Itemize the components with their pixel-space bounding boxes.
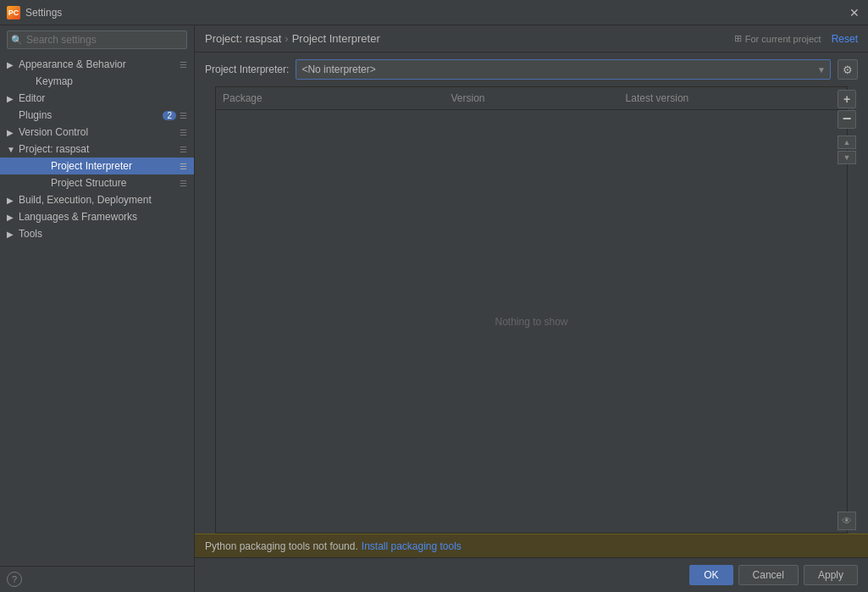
breadcrumb-current: Project Interpreter [292,32,380,45]
interpreter-select-wrap: <No interpreter> ▼ [296,59,831,80]
sidebar-bottom: ? [0,566,194,592]
sidebar-item-editor[interactable]: ▶ Editor [0,90,194,107]
title-bar-left: PC Settings [7,6,62,19]
app-icon: PC [7,6,20,19]
cancel-button[interactable]: Cancel [738,565,799,585]
scroll-up-button[interactable]: ▲ [838,136,856,149]
settings-icon: ☰ [180,60,187,69]
settings-icon: ☰ [180,145,187,154]
for-current-project: ⊞ For current project [734,33,821,44]
table-wrapper: Package Version Latest version Nothing t… [205,86,858,534]
title-bar: PC Settings ✕ [0,0,868,25]
col-version: Version [444,91,618,106]
package-table: Package Version Latest version Nothing t… [215,86,848,534]
interpreter-gear-button[interactable]: ⚙ [838,59,858,80]
sidebar: 🔍 ▶ Appearance & Behavior ☰ Keymap ▶ Edi… [0,25,195,592]
arrow-icon: ▶ [7,128,15,137]
status-bar: Python packaging tools not found. Instal… [195,534,868,557]
arrow-icon: ▶ [7,94,15,103]
interpreter-select[interactable]: <No interpreter> [296,59,831,80]
close-button[interactable]: ✕ [848,6,861,19]
interpreter-row: Project Interpreter: <No interpreter> ▼ … [195,53,868,86]
gear-icon: ⚙ [843,64,853,76]
content-area: Project: raspsat › Project Interpreter ⊞… [195,25,868,592]
search-icon: 🔍 [11,35,23,46]
settings-icon: ☰ [180,128,187,137]
sidebar-item-project[interactable]: ▼ Project: raspsat ☰ [0,141,194,158]
sidebar-item-project-interpreter[interactable]: Project Interpreter ☰ [0,158,194,174]
content-header: Project: raspsat › Project Interpreter ⊞… [195,25,868,53]
search-box: 🔍 [7,30,187,49]
col-package: Package [216,91,444,106]
breadcrumb-parent[interactable]: Project: raspsat [205,32,281,45]
install-packaging-tools-link[interactable]: Install packaging tools [362,540,462,552]
sidebar-item-plugins[interactable]: Plugins 2 ☰ [0,107,194,124]
breadcrumb-separator: › [285,32,288,45]
settings-icon: ☰ [180,111,187,120]
sidebar-item-appearance[interactable]: ▶ Appearance & Behavior ☰ [0,56,194,73]
search-input[interactable] [7,30,187,49]
right-action-panel: + − ▲ ▼ 👁 [836,86,858,534]
main-container: 🔍 ▶ Appearance & Behavior ☰ Keymap ▶ Edi… [0,25,868,592]
sidebar-nav: ▶ Appearance & Behavior ☰ Keymap ▶ Edito… [0,54,194,566]
arrow-icon: ▶ [7,196,15,205]
table-body: Nothing to show [216,110,847,533]
arrow-icon: ▶ [7,213,15,222]
sidebar-item-languages[interactable]: ▶ Languages & Frameworks [0,208,194,225]
help-button[interactable]: ? [7,572,22,587]
eye-icon: 👁 [842,515,852,527]
sidebar-item-version-control[interactable]: ▶ Version Control ☰ [0,124,194,141]
arrow-icon: ▶ [7,60,15,69]
sidebar-item-build[interactable]: ▶ Build, Execution, Deployment [0,191,194,208]
settings-icon: ☰ [180,179,187,188]
interpreter-label: Project Interpreter: [205,64,289,75]
arrow-icon: ▼ [7,145,15,154]
plugins-badge: 2 [163,111,176,120]
sidebar-item-project-structure[interactable]: Project Structure ☰ [0,174,194,191]
col-latest-version: Latest version [619,91,847,106]
sidebar-item-tools[interactable]: ▶ Tools [0,225,194,242]
scroll-down-button[interactable]: ▼ [838,151,856,164]
apply-button[interactable]: Apply [804,565,858,585]
header-right: ⊞ For current project Reset [734,33,858,45]
status-text: Python packaging tools not found. [205,540,358,552]
bottom-right: OK Cancel Apply [689,565,858,585]
reset-button[interactable]: Reset [832,33,858,45]
settings-icon: ☰ [180,162,187,171]
empty-message: Nothing to show [495,316,567,328]
breadcrumb: Project: raspsat › Project Interpreter [205,32,380,45]
eye-button[interactable]: 👁 [838,512,856,530]
bottom-bar: OK Cancel Apply [195,557,868,592]
sidebar-item-keymap[interactable]: Keymap [0,73,194,90]
ok-button[interactable]: OK [689,565,733,585]
arrow-icon: ▶ [7,230,15,239]
window-title: Settings [25,7,62,19]
remove-package-button[interactable]: − [838,110,856,129]
project-icon: ⊞ [734,33,742,44]
add-package-button[interactable]: + [838,90,856,108]
table-header: Package Version Latest version [216,87,847,110]
